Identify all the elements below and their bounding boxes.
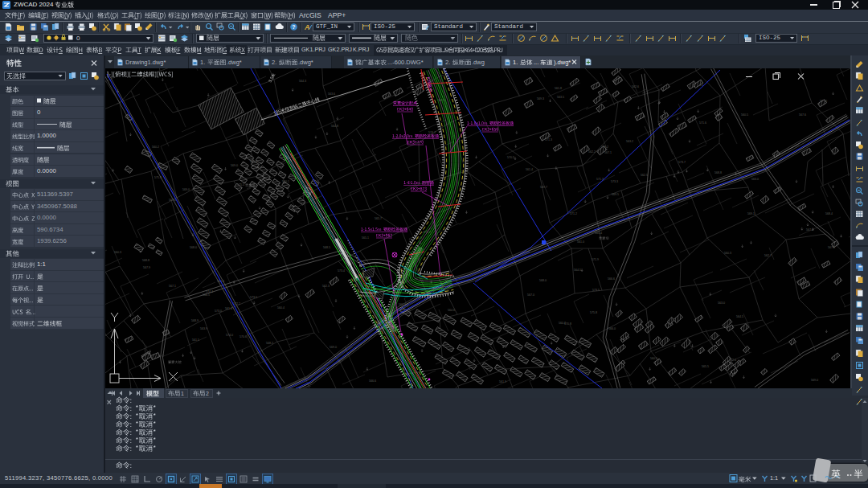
svg-text:562.3: 562.3 — [322, 285, 330, 288]
svg-text:568.4: 568.4 — [825, 212, 833, 215]
svg-text:561.9: 561.9 — [499, 380, 506, 383]
svg-text:568.9: 568.9 — [191, 319, 199, 322]
svg-text:574.7: 574.7 — [428, 131, 436, 134]
svg-text:565.4: 565.4 — [595, 232, 602, 235]
svg-text:567.0: 567.0 — [527, 293, 534, 297]
svg-text:A: A — [304, 23, 310, 31]
svg-text:563.6: 563.6 — [328, 92, 335, 96]
svg-text:563.5: 563.5 — [557, 96, 564, 99]
svg-text:568.5: 568.5 — [323, 246, 330, 249]
svg-text:567.1: 567.1 — [604, 151, 612, 154]
svg-text:569.0: 569.0 — [182, 188, 190, 191]
svg-text:562.6: 562.6 — [632, 85, 639, 88]
svg-text:573.5: 573.5 — [592, 289, 600, 292]
svg-text:566.6: 566.6 — [608, 277, 615, 281]
svg-text:562.5: 562.5 — [641, 174, 648, 177]
svg-text:562.2: 562.2 — [588, 150, 596, 154]
svg-text:567.2: 567.2 — [806, 228, 813, 232]
svg-text:567.9: 567.9 — [143, 266, 150, 269]
svg-text:568.2: 568.2 — [266, 342, 273, 345]
svg-text:569.5: 569.5 — [612, 193, 619, 196]
svg-text:561.6: 561.6 — [225, 307, 232, 310]
svg-text:560.3: 560.3 — [114, 251, 121, 254]
svg-text:560.3: 560.3 — [724, 252, 731, 255]
svg-text:563.0: 563.0 — [751, 178, 759, 181]
svg-text:563.9: 563.9 — [200, 327, 207, 330]
svg-text:570.5: 570.5 — [507, 156, 514, 159]
svg-text:569.1: 569.1 — [747, 212, 755, 215]
svg-text:565.7: 565.7 — [375, 217, 382, 220]
svg-text:569.0: 569.0 — [231, 164, 238, 167]
svg-text:571.3: 571.3 — [545, 138, 552, 141]
svg-text:560.5: 560.5 — [650, 357, 657, 360]
svg-text:560.5: 560.5 — [741, 113, 748, 117]
svg-text:567.1: 567.1 — [169, 285, 176, 288]
svg-text:568.0: 568.0 — [539, 279, 547, 282]
svg-text:575.8: 575.8 — [590, 311, 597, 314]
svg-text:564.6: 564.6 — [448, 309, 455, 312]
svg-text:569.3: 569.3 — [537, 97, 544, 100]
svg-text:573.3: 573.3 — [611, 180, 618, 183]
svg-text:568.8: 568.8 — [714, 171, 722, 174]
svg-text:569.0: 569.0 — [330, 346, 337, 349]
svg-text:570.6: 570.6 — [240, 335, 247, 338]
svg-text:560.2: 560.2 — [152, 146, 159, 149]
svg-text:568.8: 568.8 — [142, 259, 149, 262]
svg-text:564.5: 564.5 — [736, 315, 743, 318]
svg-text:573.5: 573.5 — [250, 296, 257, 299]
svg-text:574.0: 574.0 — [226, 334, 233, 337]
svg-text:563.0: 563.0 — [718, 301, 725, 305]
svg-text:565.5: 565.5 — [702, 365, 709, 368]
svg-text:561.0: 561.0 — [577, 240, 584, 244]
svg-text:564.5: 564.5 — [574, 269, 581, 272]
svg-text:565.1: 565.1 — [362, 236, 369, 240]
svg-text:566.6: 566.6 — [369, 379, 376, 383]
svg-text:571.2: 571.2 — [570, 212, 577, 215]
svg-text:561.5: 561.5 — [192, 338, 199, 342]
svg-text:573.0: 573.0 — [215, 310, 222, 313]
svg-text:561.8: 561.8 — [555, 87, 562, 90]
svg-text:566.0: 566.0 — [608, 327, 616, 330]
svg-text:568.0: 568.0 — [190, 246, 197, 249]
svg-text:567.6: 567.6 — [799, 113, 806, 117]
svg-text:569.0: 569.0 — [811, 379, 818, 382]
svg-text:567.0: 567.0 — [169, 199, 176, 202]
svg-text:573.7: 573.7 — [678, 161, 686, 164]
svg-text:570.8: 570.8 — [564, 322, 571, 326]
svg-text:564.3: 564.3 — [299, 80, 306, 83]
svg-text:573.4: 573.4 — [338, 269, 345, 273]
svg-text:?: ? — [292, 24, 295, 30]
svg-text:562.7: 562.7 — [764, 254, 772, 257]
svg-text:569.7: 569.7 — [540, 186, 547, 189]
svg-text:571.6: 571.6 — [699, 121, 706, 125]
svg-text:561.4: 561.4 — [526, 168, 533, 171]
svg-text:564.8: 564.8 — [331, 125, 338, 128]
svg-text:571.9: 571.9 — [592, 258, 599, 261]
svg-text:560.4: 560.4 — [277, 306, 285, 310]
svg-text:563.2: 563.2 — [626, 140, 633, 143]
